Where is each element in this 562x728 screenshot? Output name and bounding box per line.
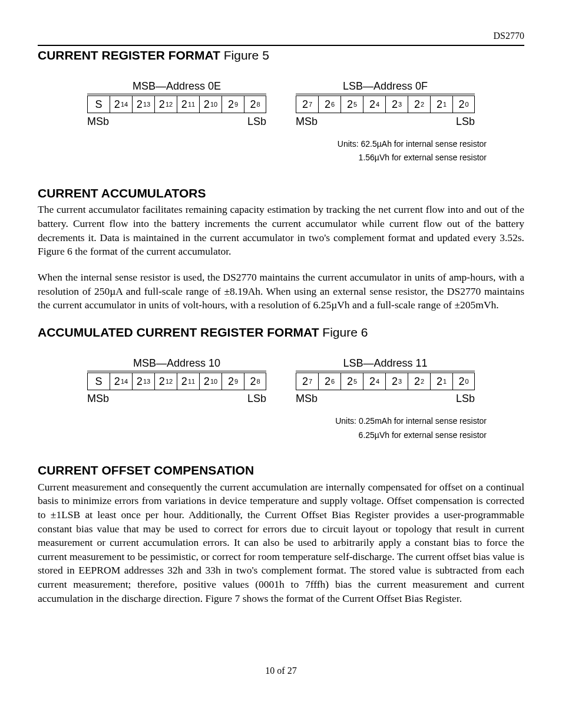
figure-5-register-row: MSB—Address 0E S2142132122112102928 MSb … (38, 79, 524, 129)
msb-left-label: MSb (87, 114, 109, 129)
bit-cell: 26 (318, 95, 340, 113)
page-number: 10 of 27 (38, 664, 524, 677)
bit-cell: 28 (244, 95, 266, 113)
bit-cell: 23 (385, 373, 408, 390)
figure-6-title: ACCUMULATED CURRENT REGISTER FORMAT Figu… (38, 324, 524, 341)
bit-cell: S (87, 373, 110, 390)
figure-5-lsb-footer: MSb LSb (296, 114, 475, 129)
current-offset-p1: Current measurement and consequently the… (38, 480, 524, 606)
bit-cell: 210 (199, 95, 222, 113)
bit-cell: 28 (244, 373, 266, 390)
bit-cell: 213 (132, 95, 154, 113)
bit-cell: 213 (132, 373, 154, 390)
figure-5-title-bold: CURRENT REGISTER FORMAT (38, 48, 220, 62)
current-accumulators-p2: When the internal sense resistor is used… (38, 271, 524, 312)
figure-5-units: Units: 62.5µAh for internal sense resist… (38, 137, 487, 166)
bit-cell: 29 (222, 95, 244, 113)
figure-5-msb-label: MSB—Address 0E (87, 79, 266, 94)
lsb-right-label: LSb (456, 114, 475, 129)
figure-6-msb-footer: MSb LSb (87, 391, 266, 406)
figure-6-units-line1: Units: 0.25mAh for internal sense resist… (38, 414, 487, 429)
figure-6-msb-block: MSB—Address 10 S2142132122112102928 MSb … (87, 356, 266, 406)
bit-cell: 22 (408, 373, 430, 390)
bit-cell: 24 (363, 95, 385, 113)
current-offset-heading: CURRENT OFFSET COMPENSATION (38, 462, 524, 479)
bit-cell: 23 (385, 95, 408, 113)
bit-cell: 214 (110, 95, 132, 113)
bit-cell: 24 (363, 373, 385, 390)
figure-5-units-line1: Units: 62.5µAh for internal sense resist… (38, 137, 487, 151)
msb-right-label-2: LSb (247, 391, 266, 406)
msb-left-label-2: MSb (87, 391, 109, 406)
figure-6-units: Units: 0.25mAh for internal sense resist… (38, 414, 487, 443)
bit-cell: 22 (408, 95, 430, 113)
bit-cell: 29 (222, 373, 244, 390)
lsb-left-label-2: MSb (296, 391, 318, 406)
figure-5-lsb-bits: 2726252423222120 (296, 95, 475, 113)
bit-cell: 25 (340, 373, 363, 390)
figure-5-lsb-label: LSB—Address 0F (296, 79, 475, 94)
figure-6-lsb-block: LSB—Address 11 2726252423222120 MSb LSb (296, 356, 475, 406)
bit-cell: 214 (110, 373, 132, 390)
bit-cell: 27 (296, 373, 318, 390)
figure-6-msb-bits: S2142132122112102928 (87, 373, 266, 390)
bit-cell: 212 (154, 95, 177, 113)
lsb-left-label: MSb (296, 114, 318, 129)
bit-cell: 210 (199, 373, 222, 390)
figure-5-lsb-block: LSB—Address 0F 2726252423222120 MSb LSb (296, 79, 475, 129)
figure-5-title-thin: Figure 5 (220, 48, 269, 62)
bit-cell: 211 (177, 95, 199, 113)
figure-6-lsb-footer: MSb LSb (296, 391, 475, 406)
figure-6-register-row: MSB—Address 10 S2142132122112102928 MSb … (38, 356, 524, 406)
horizontal-rule (38, 45, 524, 46)
figure-5-msb-bits: S2142132122112102928 (87, 95, 266, 113)
bit-cell: 211 (177, 373, 199, 390)
current-accumulators-heading: CURRENT ACCUMULATORS (38, 185, 524, 202)
bit-cell: 20 (452, 373, 475, 390)
bit-cell: 27 (296, 95, 318, 113)
figure-6-lsb-bits: 2726252423222120 (296, 373, 475, 390)
figure-6-lsb-label: LSB—Address 11 (296, 356, 475, 371)
msb-right-label: LSb (247, 114, 266, 129)
figure-5-msb-footer: MSb LSb (87, 114, 266, 129)
figure-5-msb-block: MSB—Address 0E S2142132122112102928 MSb … (87, 79, 266, 129)
bit-cell: 25 (340, 95, 363, 113)
bit-cell: 212 (154, 373, 177, 390)
figure-6-msb-label: MSB—Address 10 (87, 356, 266, 371)
figure-5-title: CURRENT REGISTER FORMAT Figure 5 (38, 47, 524, 64)
bit-cell: 26 (318, 373, 340, 390)
lsb-right-label-2: LSb (456, 391, 475, 406)
figure-6-title-bold: ACCUMULATED CURRENT REGISTER FORMAT (38, 325, 319, 339)
bit-cell: S (87, 95, 110, 113)
bit-cell: 21 (430, 373, 452, 390)
figure-6-units-line2: 6.25µVh for external sense resistor (38, 429, 487, 443)
current-accumulators-p1: The current accumulator facilitates rema… (38, 203, 524, 259)
bit-cell: 20 (452, 95, 475, 113)
bit-cell: 21 (430, 95, 452, 113)
figure-5-units-line2: 1.56µVh for external sense resistor (38, 151, 487, 165)
figure-6-title-thin: Figure 6 (319, 325, 368, 339)
doc-chip-id: DS2770 (38, 29, 524, 42)
